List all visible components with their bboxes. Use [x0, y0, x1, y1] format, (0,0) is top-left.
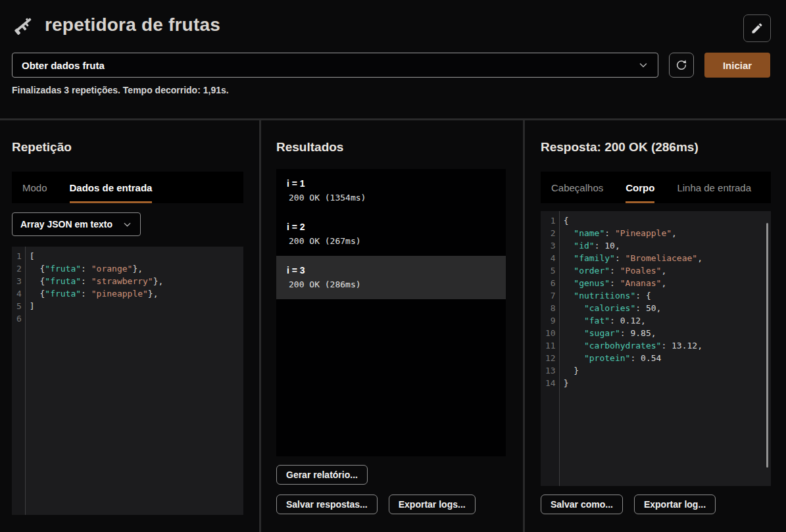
edit-button[interactable] — [743, 14, 771, 42]
result-label: i = 3 — [287, 265, 495, 276]
result-item[interactable]: i = 2 200 OK (267ms) — [276, 212, 506, 256]
repetition-tabbar: Modo Dados de entrada — [12, 172, 243, 203]
chevron-down-icon — [638, 60, 649, 70]
tab-dados-de-entrada[interactable]: Dados de entrada — [70, 172, 153, 203]
result-label: i = 2 — [287, 222, 495, 232]
request-toolbar: Obter dados fruta Iniciar — [12, 53, 770, 78]
results-list: i = 1 200 OK (1354ms) i = 2 200 OK (267m… — [276, 169, 506, 456]
response-panel-title: Resposta: 200 OK (286ms) — [541, 140, 771, 155]
response-body-editor[interactable]: 1234567891011121314 { "name": "Pineapple… — [541, 211, 771, 486]
tab-modo[interactable]: Modo — [22, 172, 47, 203]
rifle-icon — [12, 13, 36, 37]
input-code-editor[interactable]: 123456 [ {"fruta": "orange"}, {"fruta": … — [12, 247, 243, 515]
input-format-select-value: Array JSON em texto — [20, 219, 112, 230]
code-content[interactable]: [ {"fruta": "orange"}, {"fruta": "strawb… — [26, 247, 243, 515]
export-logs-button[interactable]: Exportar logs... — [389, 495, 476, 514]
result-label: i = 1 — [287, 178, 495, 189]
tab-linha-de-entrada[interactable]: Linha de entrada — [677, 172, 751, 203]
result-status: 200 OK (1354ms) — [287, 193, 495, 203]
response-panel: Resposta: 200 OK (286ms) Cabeçalhos Corp… — [525, 120, 786, 532]
run-status-text: Finalizadas 3 repetições. Tempo decorrid… — [12, 85, 774, 95]
save-responses-button[interactable]: Salvar respostas... — [276, 495, 378, 514]
result-status: 200 OK (267ms) — [287, 236, 495, 246]
line-number-gutter: 1234567891011121314 — [541, 211, 560, 486]
repetition-panel: Repetição Modo Dados de entrada Array JS… — [0, 120, 259, 532]
pencil-icon — [750, 22, 764, 35]
result-item[interactable]: i = 1 200 OK (1354ms) — [276, 169, 506, 212]
tab-corpo[interactable]: Corpo — [626, 172, 654, 203]
line-number-gutter: 123456 — [12, 247, 26, 515]
start-button[interactable]: Iniciar — [704, 53, 770, 78]
generate-report-button[interactable]: Gerar relatório... — [276, 465, 368, 485]
request-select-value: Obter dados fruta — [22, 60, 105, 71]
page-title: repetidora de frutas — [45, 14, 220, 36]
results-panel: Resultados i = 1 200 OK (1354ms) i = 2 2… — [261, 120, 523, 532]
result-item-selected[interactable]: i = 3 200 OK (286ms) — [276, 256, 506, 299]
code-content[interactable]: { "name": "Pineapple", "id": 10, "family… — [560, 211, 771, 486]
repetition-panel-title: Repetição — [12, 140, 243, 155]
scrollbar-thumb[interactable] — [766, 223, 768, 468]
tab-cabecalhos[interactable]: Cabeçalhos — [551, 172, 603, 203]
main-area: Repetição Modo Dados de entrada Array JS… — [0, 118, 786, 532]
input-format-select[interactable]: Array JSON em texto — [12, 212, 141, 236]
refresh-button[interactable] — [669, 53, 694, 78]
export-log-button[interactable]: Exportar log... — [634, 495, 716, 514]
results-panel-title: Resultados — [276, 140, 506, 155]
request-select[interactable]: Obter dados fruta — [12, 53, 658, 78]
result-status: 200 OK (286ms) — [287, 279, 495, 289]
refresh-icon — [675, 59, 688, 72]
save-as-button[interactable]: Salvar como... — [541, 495, 623, 514]
response-tabbar: Cabeçalhos Corpo Linha de entrada — [541, 172, 771, 203]
chevron-down-icon — [122, 220, 132, 230]
app-header: repetidora de frutas — [0, 0, 786, 37]
